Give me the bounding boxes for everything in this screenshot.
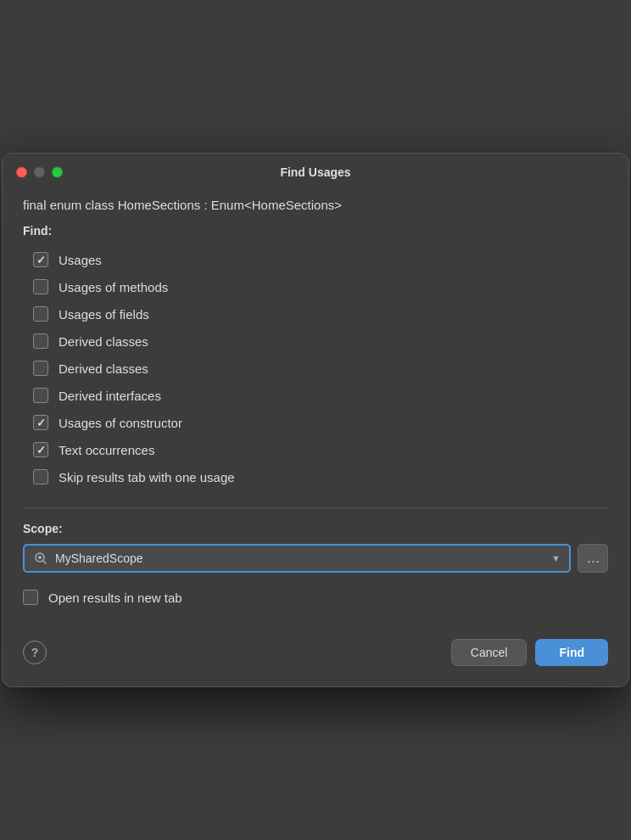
svg-point-1 bbox=[38, 556, 42, 559]
class-name-label: final enum class HomeSections : Enum<Hom… bbox=[23, 198, 608, 212]
checkbox-usages-of-methods[interactable]: Usages of methods bbox=[33, 273, 608, 300]
bottom-bar: ? Cancel Find bbox=[23, 630, 608, 666]
scope-more-button[interactable]: … bbox=[578, 544, 608, 573]
cancel-button[interactable]: Cancel bbox=[451, 639, 528, 666]
scope-icon bbox=[33, 551, 48, 566]
checkbox-usages-of-methods-box[interactable] bbox=[33, 279, 48, 294]
checkbox-skip-results-label: Skip results tab with one usage bbox=[59, 470, 235, 484]
checkbox-text-occurrences-box[interactable]: ✓ bbox=[33, 442, 48, 457]
open-new-tab-label: Open results in new tab bbox=[48, 591, 182, 605]
checkmark-usages-of-constructor: ✓ bbox=[36, 417, 46, 428]
scope-dropdown[interactable]: MySharedScope ▼ bbox=[23, 544, 571, 573]
checkbox-derived-classes-2[interactable]: Derived classes bbox=[33, 355, 608, 382]
chevron-down-icon: ▼ bbox=[551, 553, 561, 563]
checkbox-usages-label: Usages bbox=[59, 253, 102, 267]
scope-section: Scope: MySharedScope ▼ … bbox=[23, 522, 608, 573]
close-button[interactable] bbox=[16, 167, 27, 178]
checkbox-derived-interfaces-box[interactable] bbox=[33, 388, 48, 403]
dialog-body: final enum class HomeSections : Enum<Hom… bbox=[3, 191, 628, 686]
title-bar: Find Usages bbox=[3, 154, 628, 191]
checkbox-derived-classes-2-box[interactable] bbox=[33, 361, 48, 376]
checkbox-derived-classes-1[interactable]: Derived classes bbox=[33, 328, 608, 355]
checkbox-usages-of-constructor-label: Usages of constructor bbox=[59, 416, 182, 430]
checkbox-usages-of-methods-label: Usages of methods bbox=[59, 280, 168, 294]
checkmark-text-occurrences: ✓ bbox=[36, 445, 46, 456]
checkbox-usages-of-fields-box[interactable] bbox=[33, 306, 48, 322]
scope-row: MySharedScope ▼ … bbox=[23, 544, 608, 573]
scope-search-icon bbox=[34, 552, 47, 565]
dialog-title: Find Usages bbox=[280, 165, 350, 179]
svg-line-2 bbox=[43, 561, 46, 563]
checkbox-derived-classes-1-label: Derived classes bbox=[59, 334, 148, 349]
minimize-button[interactable] bbox=[34, 167, 45, 178]
action-buttons: Cancel Find bbox=[451, 639, 608, 666]
checkbox-usages-of-fields[interactable]: Usages of fields bbox=[33, 300, 608, 328]
checkbox-usages-of-constructor[interactable]: ✓ Usages of constructor bbox=[33, 409, 608, 436]
checkbox-text-occurrences-label: Text occurrences bbox=[59, 443, 154, 457]
scope-dropdown-text: MySharedScope bbox=[55, 552, 551, 565]
checkbox-derived-classes-2-label: Derived classes bbox=[59, 361, 148, 376]
checkbox-derived-interfaces-label: Derived interfaces bbox=[59, 389, 161, 403]
checkbox-derived-classes-1-box[interactable] bbox=[33, 333, 48, 349]
checkbox-derived-interfaces[interactable]: Derived interfaces bbox=[33, 382, 608, 409]
open-new-tab-row[interactable]: Open results in new tab bbox=[23, 590, 608, 605]
checkbox-usages[interactable]: ✓ Usages bbox=[33, 246, 608, 273]
checkbox-skip-results-box[interactable] bbox=[33, 469, 48, 484]
checkbox-usages-of-constructor-box[interactable]: ✓ bbox=[33, 415, 48, 430]
checkbox-usages-box[interactable]: ✓ bbox=[33, 252, 48, 267]
help-button[interactable]: ? bbox=[23, 641, 47, 664]
maximize-button[interactable] bbox=[52, 167, 63, 178]
checkbox-skip-results[interactable]: Skip results tab with one usage bbox=[33, 463, 608, 490]
scope-label: Scope: bbox=[23, 522, 608, 535]
checkbox-list: ✓ Usages Usages of methods Usages of fie… bbox=[33, 246, 608, 490]
find-usages-dialog: Find Usages final enum class HomeSection… bbox=[2, 153, 629, 687]
checkbox-text-occurrences[interactable]: ✓ Text occurrences bbox=[33, 436, 608, 463]
divider bbox=[23, 507, 608, 508]
find-section-label: Find: bbox=[23, 224, 608, 238]
traffic-lights bbox=[16, 167, 63, 178]
checkmark-usages: ✓ bbox=[36, 255, 46, 266]
checkbox-usages-of-fields-label: Usages of fields bbox=[59, 307, 149, 322]
open-new-tab-checkbox[interactable] bbox=[23, 590, 38, 605]
find-button[interactable]: Find bbox=[535, 639, 608, 666]
